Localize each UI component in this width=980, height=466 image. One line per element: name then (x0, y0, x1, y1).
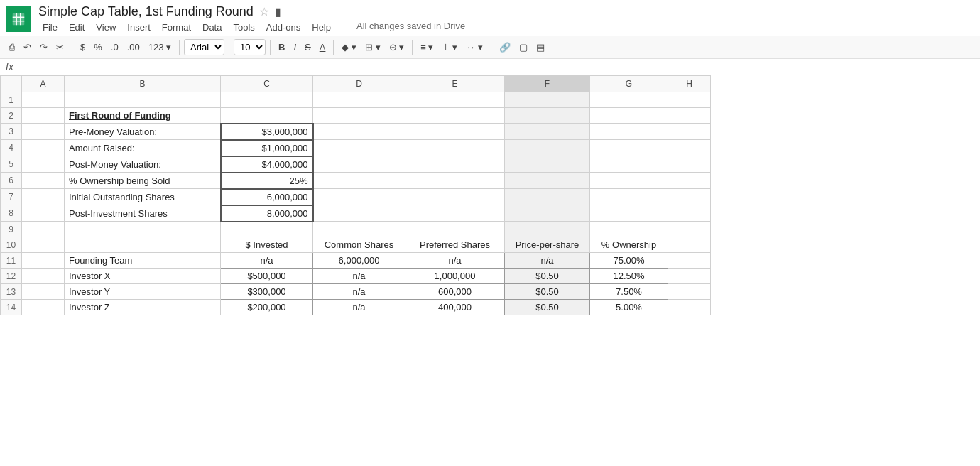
cell-b13[interactable]: Investor Y (65, 284, 221, 300)
cell-b1[interactable] (65, 92, 221, 108)
align-button[interactable]: ≡ ▾ (417, 40, 437, 55)
cell-g6[interactable] (590, 173, 668, 189)
cell-g10[interactable]: % Ownership (590, 237, 668, 253)
cell-f7[interactable] (505, 189, 590, 205)
star-icon[interactable]: ☆ (259, 5, 269, 18)
cell-b14[interactable]: Investor Z (65, 300, 221, 315)
cell-a14[interactable] (22, 300, 65, 315)
cell-e4[interactable] (405, 140, 505, 156)
menu-insert[interactable]: Insert (123, 21, 155, 34)
menu-view[interactable]: View (92, 21, 120, 34)
menu-help[interactable]: Help (307, 21, 335, 34)
cell-h5[interactable] (668, 156, 711, 173)
cell-c12[interactable]: $500,000 (221, 269, 313, 284)
menu-edit[interactable]: Edit (65, 21, 89, 34)
col-header-d[interactable]: D (313, 76, 405, 92)
cell-h6[interactable] (668, 173, 711, 189)
cell-e13[interactable]: 600,000 (405, 284, 505, 300)
cell-d9[interactable] (313, 222, 405, 237)
cell-f1[interactable] (505, 92, 590, 108)
cell-c3[interactable]: $3,000,000 (221, 124, 313, 140)
cell-g13[interactable]: 7.50% (590, 284, 668, 300)
cell-d8[interactable] (313, 205, 405, 222)
cell-h1[interactable] (668, 92, 711, 108)
cell-d4[interactable] (313, 140, 405, 156)
cell-d7[interactable] (313, 189, 405, 205)
cell-a9[interactable] (22, 222, 65, 237)
cell-e9[interactable] (405, 222, 505, 237)
fill-color-button[interactable]: ◆ ▾ (338, 40, 360, 55)
cell-g2[interactable] (590, 108, 668, 124)
cell-b10[interactable] (65, 237, 221, 253)
cell-c8[interactable]: 8,000,000 (221, 205, 313, 222)
cell-b11[interactable]: Founding Team (65, 253, 221, 269)
cell-f10[interactable]: Price-per-share (505, 237, 590, 253)
merge-button[interactable]: ⊝ ▾ (386, 40, 408, 55)
cell-c6[interactable]: 25% (221, 173, 313, 189)
cell-b9[interactable] (65, 222, 221, 237)
cell-d13[interactable]: n/a (313, 284, 405, 300)
cell-d12[interactable]: n/a (313, 269, 405, 284)
cell-c5[interactable]: $4,000,000 (221, 156, 313, 173)
chart-button[interactable]: ▤ (533, 40, 548, 55)
cell-a3[interactable] (22, 124, 65, 140)
cell-e3[interactable] (405, 124, 505, 140)
cell-c4[interactable]: $1,000,000 (221, 140, 313, 156)
cell-f4[interactable] (505, 140, 590, 156)
menu-data[interactable]: Data (198, 21, 226, 34)
cell-f2[interactable] (505, 108, 590, 124)
doc-title-text[interactable]: Simple Cap Table, 1st Funding Round (38, 4, 254, 19)
cell-h7[interactable] (668, 189, 711, 205)
cell-h3[interactable] (668, 124, 711, 140)
col-header-c[interactable]: C (221, 76, 313, 92)
cell-d10[interactable]: Common Shares (313, 237, 405, 253)
cell-h10[interactable] (668, 237, 711, 253)
italic-button[interactable]: I (290, 40, 300, 55)
sheet-container[interactable]: A B C D E F G H 1 (0, 75, 980, 442)
cell-b7[interactable]: Initial Outstanding Shares (65, 189, 221, 205)
font-size-selector[interactable]: 10 (234, 39, 266, 55)
cell-a10[interactable] (22, 237, 65, 253)
cell-e10[interactable]: Preferred Shares (405, 237, 505, 253)
borders-button[interactable]: ⊞ ▾ (361, 40, 384, 55)
cell-f3[interactable] (505, 124, 590, 140)
cell-h12[interactable] (668, 269, 711, 284)
cell-a6[interactable] (22, 173, 65, 189)
print-button[interactable]: ⎙ (6, 40, 18, 55)
col-header-b[interactable]: B (65, 76, 221, 92)
cell-e12[interactable]: 1,000,000 (405, 269, 505, 284)
cell-a1[interactable] (22, 92, 65, 108)
decimal-less-button[interactable]: .0 (107, 40, 122, 55)
strikethrough-button[interactable]: S (301, 40, 315, 55)
menu-file[interactable]: File (38, 21, 62, 34)
paint-format-button[interactable]: ✂ (53, 40, 67, 55)
cell-b5[interactable]: Post-Money Valuation: (65, 156, 221, 173)
cell-g3[interactable] (590, 124, 668, 140)
redo-button[interactable]: ↷ (36, 40, 51, 55)
cell-f5[interactable] (505, 156, 590, 173)
cell-h14[interactable] (668, 300, 711, 315)
cell-f8[interactable] (505, 205, 590, 222)
cell-g7[interactable] (590, 189, 668, 205)
cell-h8[interactable] (668, 205, 711, 222)
cell-e5[interactable] (405, 156, 505, 173)
text-color-button[interactable]: A (316, 40, 330, 55)
cell-g14[interactable]: 5.00% (590, 300, 668, 315)
cell-b8[interactable]: Post-Investment Shares (65, 205, 221, 222)
cell-d5[interactable] (313, 156, 405, 173)
currency-button[interactable]: $ (77, 40, 89, 55)
cell-d6[interactable] (313, 173, 405, 189)
cell-d14[interactable]: n/a (313, 300, 405, 315)
cell-e2[interactable] (405, 108, 505, 124)
menu-tools[interactable]: Tools (229, 21, 258, 34)
cell-b2[interactable]: First Round of Funding (65, 108, 221, 124)
cell-c9[interactable] (221, 222, 313, 237)
cell-a2[interactable] (22, 108, 65, 124)
cell-b12[interactable]: Investor X (65, 269, 221, 284)
decimal-more-button[interactable]: .00 (124, 40, 143, 55)
font-selector[interactable]: Arial (184, 39, 224, 55)
valign-button[interactable]: ⊥ ▾ (438, 40, 461, 55)
cell-c13[interactable]: $300,000 (221, 284, 313, 300)
col-header-h[interactable]: H (668, 76, 711, 92)
cell-e11[interactable]: n/a (405, 253, 505, 269)
